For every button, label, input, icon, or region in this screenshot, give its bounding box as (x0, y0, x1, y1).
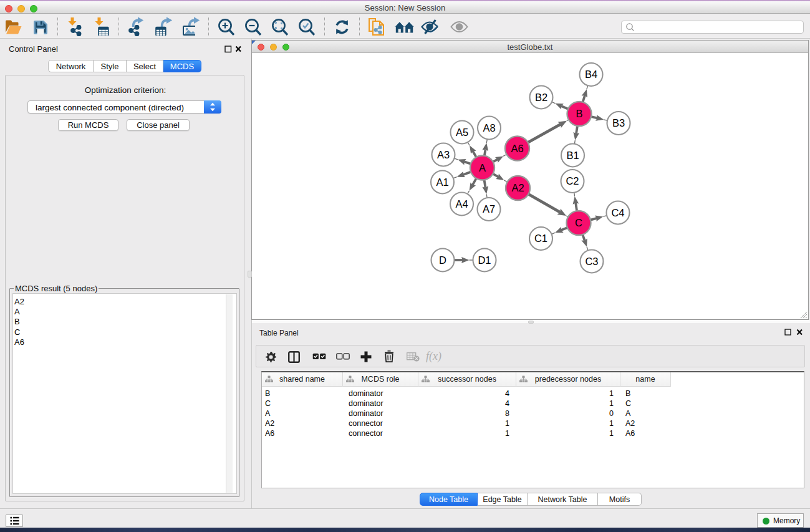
svg-text:A: A (479, 162, 486, 173)
svg-text:A1: A1 (436, 177, 448, 188)
svg-text:C1: C1 (534, 233, 547, 244)
svg-text:B3: B3 (612, 117, 625, 128)
svg-text:B: B (576, 108, 582, 119)
svg-text:A3: A3 (437, 149, 450, 160)
svg-text:A8: A8 (483, 122, 495, 133)
svg-text:A6: A6 (511, 143, 523, 154)
svg-text:B2: B2 (535, 92, 547, 103)
svg-text:B1: B1 (566, 150, 579, 161)
svg-text:C: C (575, 217, 582, 228)
svg-text:A5: A5 (456, 127, 468, 138)
svg-text:C4: C4 (611, 207, 624, 218)
svg-text:A4: A4 (455, 198, 468, 210)
svg-text:A7: A7 (483, 203, 495, 215)
svg-text:B4: B4 (585, 69, 597, 80)
svg-text:D1: D1 (478, 254, 491, 266)
svg-text:A2: A2 (511, 182, 524, 193)
svg-text:D: D (439, 254, 446, 266)
svg-text:C2: C2 (566, 175, 579, 186)
svg-text:C3: C3 (585, 256, 598, 267)
